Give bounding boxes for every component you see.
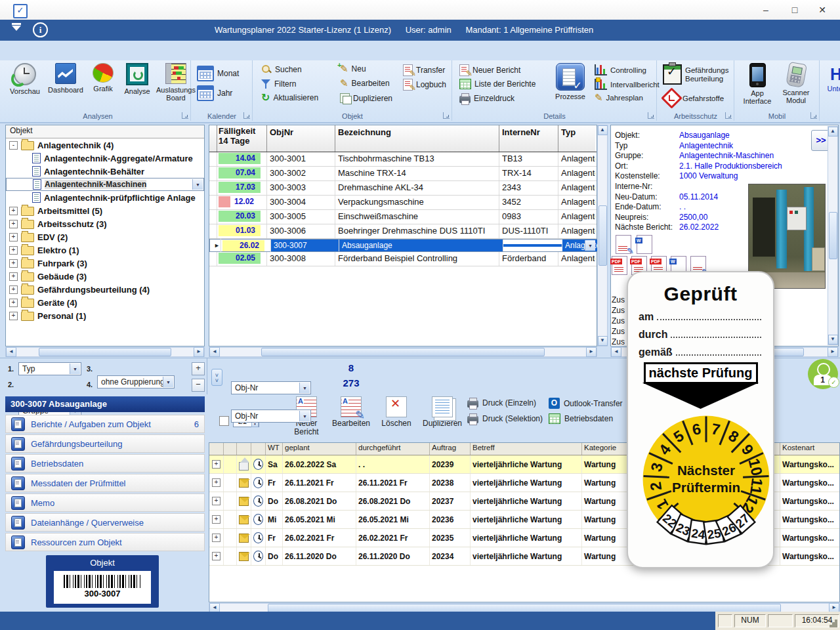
- attachment-pdf-doc-icon[interactable]: PDF: [612, 256, 627, 275]
- scroll-up-icon[interactable]: ▲: [598, 125, 608, 135]
- col-faelligkeit[interactable]: Fälligkeit 14 Tage: [217, 125, 267, 152]
- col-auftrag[interactable]: Auftrag: [430, 443, 471, 455]
- filtern-button[interactable]: Filtern: [261, 79, 296, 89]
- scroll-down-icon[interactable]: ▼: [598, 336, 608, 346]
- duplicate-report-button[interactable]: Duplizieren: [421, 396, 463, 428]
- limit-checkbox[interactable]: [219, 416, 229, 426]
- tree-item[interactable]: +Gebäude (3): [6, 270, 204, 283]
- scroll-thumb[interactable]: [39, 348, 171, 356]
- app-interface-button[interactable]: App Interface: [740, 63, 774, 105]
- row-expander-icon[interactable]: +: [212, 460, 220, 469]
- tree-item[interactable]: Anlagentechnik-Behälter: [6, 165, 204, 178]
- jahr-button[interactable]: Jahr: [197, 85, 232, 101]
- user-status-badge[interactable]: 1✓: [808, 359, 838, 389]
- tree-expander-icon[interactable]: +: [9, 246, 18, 255]
- tree-expander-icon[interactable]: +: [9, 259, 18, 268]
- resize-grip[interactable]: [835, 620, 837, 622]
- prozesse-button[interactable]: Prozesse: [551, 63, 589, 100]
- neuer-bericht-button[interactable]: Neuer Bericht: [459, 64, 520, 76]
- tree-expander-icon[interactable]: +: [9, 299, 18, 307]
- tree-expander-icon[interactable]: +: [9, 272, 18, 281]
- panel-item[interactable]: Memo: [5, 494, 205, 512]
- panel-item[interactable]: Gefährdungsbeurteilung: [5, 434, 205, 453]
- col-bezeichnung[interactable]: Bezeichnung: [335, 125, 499, 152]
- scroll-left-icon[interactable]: ◄: [611, 347, 621, 357]
- tree-item[interactable]: +Geräte (4): [6, 296, 204, 309]
- vorschau-button[interactable]: Vorschau: [7, 63, 43, 95]
- tree-item[interactable]: +Arbeitsschutz (3): [6, 217, 204, 230]
- gefahrstoffe-button[interactable]: Gefahrstoffe: [664, 91, 724, 106]
- tree-expander-icon[interactable]: +: [9, 312, 18, 320]
- close-button[interactable]: ✕: [811, 3, 833, 17]
- object-row[interactable]: 14.04300-3001Tischbohrmaschine TB13TB13A…: [209, 152, 597, 167]
- scroll-left-icon[interactable]: ◄: [6, 347, 16, 357]
- maximize-button[interactable]: □: [784, 3, 806, 17]
- tree-item[interactable]: +Arbeitsmittel (5): [6, 204, 204, 217]
- object-table-vscrollbar[interactable]: ▲ ▼: [597, 125, 608, 346]
- scroll-left-icon[interactable]: ◄: [209, 347, 220, 357]
- row-expander-icon[interactable]: +: [212, 515, 220, 524]
- unterstuetzung-button[interactable]: HUnter: [823, 66, 840, 93]
- panel-item[interactable]: Messdaten der Prüfmittel: [5, 474, 205, 492]
- scroll-right-icon[interactable]: ►: [194, 347, 204, 357]
- object-row[interactable]: 12.02300-3004Verpackungsmaschine3452Anla…: [209, 196, 597, 210]
- scroll-up-icon[interactable]: ▲: [828, 127, 838, 136]
- betriebsdaten-button[interactable]: Betriebsdaten: [549, 413, 613, 424]
- tree-expander-icon[interactable]: +: [9, 207, 18, 215]
- bearbeiten-button[interactable]: ✎Bearbeiten: [340, 79, 390, 88]
- remove-grouping-button[interactable]: −: [192, 379, 205, 392]
- col-wt[interactable]: WT: [266, 443, 283, 455]
- controlling-button[interactable]: Controlling: [595, 64, 646, 75]
- tree-expander-icon[interactable]: -: [9, 141, 18, 150]
- grafik-button[interactable]: Grafik: [88, 63, 118, 93]
- tree-item[interactable]: Anlagentechnik-prüfpflichtige Anlage: [6, 191, 204, 204]
- suchen-button[interactable]: Suchen: [261, 64, 302, 75]
- aktualisieren-button[interactable]: ↻Aktualisieren: [261, 93, 318, 102]
- col-durchgefuehrt[interactable]: durchgeführt: [356, 443, 430, 455]
- col-betreff[interactable]: Betreff: [471, 443, 582, 455]
- edit-report-button[interactable]: Bearbeiten: [329, 396, 373, 428]
- dialog-launcher-icon[interactable]: [243, 112, 250, 119]
- tree-item[interactable]: +Gefährdungsbeurteilung (4): [6, 283, 204, 296]
- monat-button[interactable]: Monat: [197, 66, 239, 81]
- grouping-3-select[interactable]: ohne Gruppierung: [97, 375, 175, 388]
- add-grouping-button[interactable]: +: [192, 362, 205, 375]
- row-expander-icon[interactable]: +: [212, 497, 220, 505]
- dialog-launcher-icon[interactable]: [443, 112, 450, 119]
- object-table-hscrollbar[interactable]: ◄ ►: [209, 347, 597, 357]
- gefaehrdungsbeurteilung-button[interactable]: Gefährdungs Beurteilung: [663, 64, 730, 85]
- info-icon[interactable]: i: [33, 22, 48, 37]
- scanner-modul-button[interactable]: Scanner Modul: [778, 63, 814, 104]
- logbuch-button[interactable]: Logbuch: [403, 79, 446, 91]
- tree-expander-icon[interactable]: +: [9, 285, 18, 294]
- tree-expander-icon[interactable]: +: [9, 220, 18, 228]
- panel-item[interactable]: Betriebsdaten: [5, 454, 205, 472]
- attachment-edit-doc-icon[interactable]: [616, 235, 631, 254]
- liste-der-berichte-button[interactable]: Liste der Berichte: [459, 79, 536, 89]
- scroll-right-icon[interactable]: ►: [586, 347, 597, 357]
- dialog-launcher-icon[interactable]: [182, 112, 188, 119]
- tree-item[interactable]: +Fuhrpark (3): [6, 257, 204, 270]
- neu-button[interactable]: ✎Neu: [340, 64, 366, 74]
- dialog-launcher-icon[interactable]: [648, 112, 654, 119]
- analyse-button[interactable]: Analyse: [119, 63, 155, 95]
- row-expander-icon[interactable]: +: [212, 534, 220, 542]
- col-typ[interactable]: Typ: [558, 125, 595, 152]
- panel-item[interactable]: Dateianhänge / Querverweise: [5, 513, 205, 532]
- object-row[interactable]: 07.04300-3002Maschine TRX-14TRX-14Anlage…: [209, 167, 597, 181]
- scroll-right-icon[interactable]: ►: [828, 347, 838, 357]
- col-objnr[interactable]: ObjNr: [267, 125, 335, 152]
- duplizieren-button[interactable]: Duplizieren: [340, 93, 392, 103]
- col-kostenart[interactable]: Kostenart: [780, 443, 840, 455]
- row-expander-icon[interactable]: +: [212, 478, 220, 487]
- tree-item[interactable]: +EDV (2): [6, 230, 204, 243]
- print-single-button[interactable]: Druck (Einzeln): [467, 398, 536, 408]
- tree-hscrollbar[interactable]: ◄ ►: [5, 347, 205, 357]
- row-expander-icon[interactable]: +: [212, 552, 220, 560]
- dialog-launcher-icon[interactable]: [725, 112, 732, 119]
- auslastungsboard-button[interactable]: Auslastungs Board: [155, 63, 197, 102]
- object-row[interactable]: 20.03300-3005Einschweißmaschine0983Anlag…: [209, 210, 597, 224]
- col-internenr[interactable]: InterneNr: [499, 125, 558, 152]
- tree-item[interactable]: +Elektro (1): [6, 243, 204, 257]
- object-row[interactable]: 01.03300-3006Boehringer Drehmaschine DUS…: [209, 224, 597, 239]
